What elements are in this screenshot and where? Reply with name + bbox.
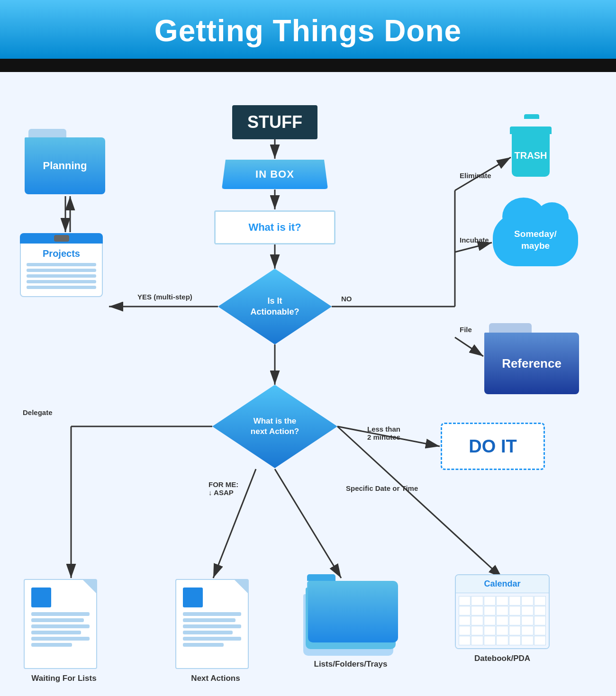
trash-icon: TRASH bbox=[512, 122, 552, 177]
file-label: File bbox=[460, 325, 472, 334]
stuff-box: STUFF bbox=[232, 105, 317, 139]
page-title: Getting Things Done bbox=[0, 13, 616, 48]
doit-label: DO IT bbox=[469, 436, 516, 457]
page-header: Getting Things Done bbox=[0, 0, 616, 59]
no-label: NO bbox=[341, 295, 352, 303]
inbox-label: IN BOX bbox=[255, 168, 294, 181]
svg-line-11 bbox=[455, 337, 483, 356]
trash-label: TRASH bbox=[515, 150, 547, 161]
doit-box: DO IT bbox=[441, 423, 545, 470]
black-bar bbox=[0, 59, 616, 72]
projects-board: Projects bbox=[20, 233, 103, 297]
specific-date-label: Specific Date or Time bbox=[346, 484, 418, 492]
less-than-2-label: Less than2 minutes bbox=[367, 425, 400, 441]
what-box: What is it? bbox=[214, 210, 335, 244]
actionable-label: Is ItActionable? bbox=[250, 296, 299, 318]
next-action-diamond: What is thenext Action? bbox=[212, 385, 337, 468]
someday-cloud: Someday/maybe bbox=[493, 214, 578, 266]
next-actions: Next Actions bbox=[175, 579, 256, 678]
for-me-asap-label: FOR ME:↓ ASAP bbox=[208, 480, 238, 497]
reference-folder: Reference bbox=[484, 323, 579, 394]
lists-folders-trays: Lists/Folders/Trays bbox=[303, 574, 398, 674]
calendar-label: Calendar bbox=[484, 579, 520, 588]
eliminate-label: Eliminate bbox=[460, 172, 491, 180]
projects-label: Projects bbox=[27, 248, 96, 259]
inbox-box: IN BOX bbox=[222, 160, 328, 189]
svg-line-18 bbox=[275, 469, 341, 578]
stuff-label: STUFF bbox=[247, 112, 302, 132]
yes-multi-label: YES (multi-step) bbox=[137, 293, 192, 301]
datebook-pda: Calendar Datebook/PDA bbox=[455, 574, 550, 659]
someday-label: Someday/maybe bbox=[514, 228, 557, 252]
clipboard-clip bbox=[54, 235, 69, 242]
next-actions-label: Next Actions bbox=[175, 674, 256, 683]
what-label: What is it? bbox=[248, 221, 301, 234]
actionable-diamond: Is ItActionable? bbox=[218, 269, 332, 344]
next-action-label: What is thenext Action? bbox=[251, 416, 299, 437]
reference-label: Reference bbox=[502, 356, 562, 371]
delegate-label: Delegate bbox=[23, 408, 53, 416]
datebook-label: Datebook/PDA bbox=[455, 654, 550, 663]
svg-line-10 bbox=[455, 243, 492, 252]
waiting-label: Waiting For Lists bbox=[24, 674, 104, 683]
diagram: STUFF IN BOX What is it? Is ItActionable… bbox=[0, 72, 616, 696]
incubate-label: Incubate bbox=[460, 236, 489, 244]
planning-folder: Planning bbox=[25, 129, 105, 194]
lists-folders-label: Lists/Folders/Trays bbox=[303, 660, 398, 669]
waiting-for-lists: Waiting For Lists bbox=[24, 579, 104, 678]
planning-label: Planning bbox=[43, 160, 87, 172]
